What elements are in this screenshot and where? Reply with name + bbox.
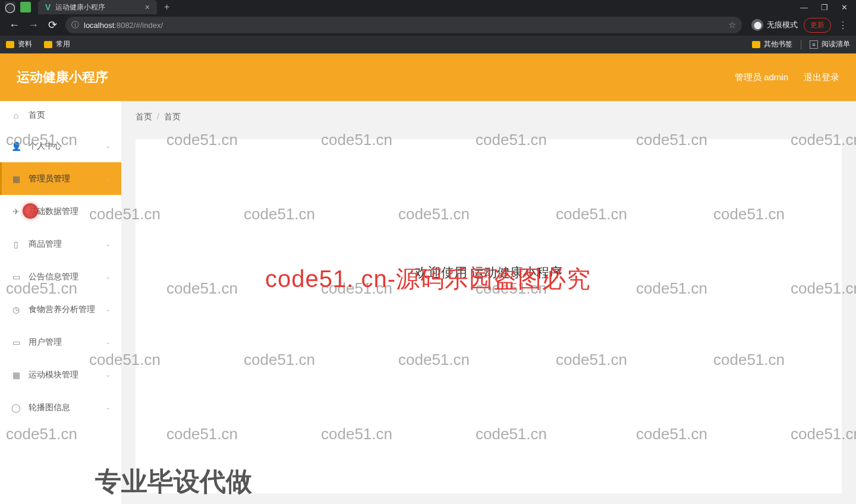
send-icon: ✈ — [11, 207, 21, 216]
grid-icon: ▦ — [11, 174, 21, 184]
divider — [801, 40, 801, 49]
bookmark-label: 资料 — [18, 39, 32, 49]
sidebar-item-label: 首页 — [29, 110, 45, 121]
module-icon: ▦ — [11, 370, 21, 380]
incognito-indicator: ⬤ 无痕模式 — [751, 19, 798, 31]
reading-list[interactable]: ≡ 阅读清单 — [810, 39, 850, 49]
reload-button[interactable]: ⟳ — [43, 18, 62, 32]
sidebar-item-admin[interactable]: ▦ 管理员管理 ⌄ — [0, 162, 121, 195]
users-icon: ▭ — [11, 338, 21, 347]
sidebar-item-label: 运动模块管理 — [29, 370, 78, 380]
other-bookmarks[interactable]: 其他书签 — [752, 39, 792, 49]
notice-icon: ▭ — [11, 272, 21, 282]
app-title: 运动健康小程序 — [17, 68, 108, 86]
sidebar-item-notice[interactable]: ▭ 公告信息管理 ⌄ — [0, 260, 121, 293]
menu-icon[interactable]: ⋮ — [838, 20, 848, 31]
user-icon: 👤 — [11, 141, 21, 151]
sidebar-item-label: 用户管理 — [29, 337, 62, 348]
browser-chrome: ◯ V 运动健康小程序 × + — ❐ ✕ ← → ⟳ ⓘ localhost … — [0, 0, 856, 53]
back-button[interactable]: ← — [5, 19, 24, 32]
home-icon: ⌂ — [11, 111, 21, 120]
sidebar-item-carousel[interactable]: ◯ 轮播图信息 ⌄ — [0, 391, 121, 424]
update-button[interactable]: 更新 — [804, 18, 831, 33]
tab-extra-1[interactable]: ◯ — [5, 2, 15, 12]
analysis-icon: ◷ — [11, 305, 21, 314]
bookmark-label: 常用 — [56, 39, 70, 49]
content: 首页 / 首页 欢迎使用 运动健康小程序 — [121, 101, 856, 504]
sidebar-item-basedata[interactable]: ✈ 基础数据管理 ⌄ — [0, 195, 121, 228]
chevron-down-icon: ⌄ — [105, 240, 111, 248]
breadcrumb-sep: / — [157, 112, 159, 122]
goods-icon: ▯ — [11, 240, 21, 249]
sidebar-item-user[interactable]: ▭ 用户管理 ⌄ — [0, 326, 121, 358]
star-icon[interactable]: ☆ — [728, 20, 736, 30]
sidebar-item-sport[interactable]: ▦ 运动模块管理 ⌄ — [0, 358, 121, 391]
incognito-label: 无痕模式 — [767, 20, 798, 30]
folder-icon — [752, 41, 760, 48]
bookmark-label: 阅读清单 — [822, 39, 850, 49]
sidebar-item-home[interactable]: ⌂ 首页 — [0, 101, 121, 130]
sidebar-item-personal[interactable]: 👤 个人中心 ⌄ — [0, 130, 121, 162]
mic-icon: ◯ — [11, 403, 21, 412]
bookmark-item-1[interactable]: 资料 — [6, 39, 32, 49]
sidebar-item-label: 食物营养分析管理 — [29, 304, 95, 315]
sidebar-item-label: 管理员管理 — [29, 174, 70, 184]
bookmark-label: 其他书签 — [764, 39, 792, 49]
tab-bar: ◯ V 运动健康小程序 × + — ❐ ✕ — [0, 0, 856, 14]
url-path: :8082/#/index/ — [114, 21, 163, 30]
chevron-down-icon: ⌄ — [105, 207, 111, 215]
address-bar[interactable]: ⓘ localhost :8082/#/index/ ☆ — [65, 17, 742, 33]
close-icon[interactable]: × — [145, 2, 150, 12]
tab-title: 运动健康小程序 — [55, 2, 105, 12]
main-panel: 欢迎使用 运动健康小程序 — [136, 139, 842, 493]
chevron-down-icon: ⌄ — [105, 142, 111, 150]
tab-extra-2[interactable] — [20, 2, 31, 12]
incognito-icon: ⬤ — [751, 19, 763, 31]
folder-icon — [6, 41, 14, 48]
new-tab-button[interactable]: + — [164, 2, 169, 12]
vue-icon: V — [45, 2, 51, 12]
chevron-down-icon: ⌄ — [105, 404, 111, 411]
app-body: ⌂ 首页 👤 个人中心 ⌄ ▦ 管理员管理 ⌄ ✈ 基础数据管理 ⌄ ▯ 商品管… — [0, 101, 856, 504]
app: 运动健康小程序 管理员 admin 退出登录 ⌂ 首页 👤 个人中心 ⌄ ▦ 管… — [0, 53, 856, 504]
sidebar: ⌂ 首页 👤 个人中心 ⌄ ▦ 管理员管理 ⌄ ✈ 基础数据管理 ⌄ ▯ 商品管… — [0, 101, 121, 504]
sidebar-item-goods[interactable]: ▯ 商品管理 ⌄ — [0, 228, 121, 260]
chevron-down-icon: ⌄ — [105, 273, 111, 281]
url-host: localhost — [84, 21, 114, 30]
chevron-down-icon: ⌄ — [105, 371, 111, 379]
forward-button[interactable]: → — [24, 19, 43, 32]
close-window-icon[interactable]: ✕ — [841, 3, 848, 12]
bookmark-item-2[interactable]: 常用 — [44, 39, 70, 49]
bookmark-bar: 资料 常用 其他书签 ≡ 阅读清单 — [0, 36, 856, 53]
window-controls: — ❐ ✕ — [792, 3, 856, 12]
list-icon: ≡ — [810, 40, 818, 49]
sidebar-item-label: 商品管理 — [29, 239, 62, 250]
address-row: ← → ⟳ ⓘ localhost :8082/#/index/ ☆ ⬤ 无痕模… — [0, 14, 856, 36]
cursor-indicator — [23, 203, 38, 219]
sidebar-item-food[interactable]: ◷ 食物营养分析管理 ⌄ — [0, 293, 121, 326]
chevron-down-icon: ⌄ — [105, 175, 111, 182]
browser-tab[interactable]: V 运动健康小程序 × — [38, 0, 157, 14]
minimize-icon[interactable]: — — [800, 3, 808, 12]
maximize-icon[interactable]: ❐ — [821, 3, 828, 12]
chevron-down-icon: ⌄ — [105, 338, 111, 346]
breadcrumb-part: 首页 — [164, 112, 181, 122]
site-info-icon[interactable]: ⓘ — [71, 20, 79, 30]
sidebar-item-label: 轮播图信息 — [29, 402, 70, 413]
breadcrumb-part[interactable]: 首页 — [136, 112, 152, 122]
sidebar-item-label: 公告信息管理 — [29, 272, 78, 282]
app-header: 运动健康小程序 管理员 admin 退出登录 — [0, 53, 856, 101]
center-watermark: code51. cn-源码乐园盗图必究 — [265, 263, 591, 295]
sidebar-item-label: 个人中心 — [29, 141, 62, 152]
folder-icon — [44, 41, 52, 48]
user-label[interactable]: 管理员 admin — [735, 72, 788, 83]
chevron-down-icon: ⌄ — [105, 305, 111, 313]
breadcrumb: 首页 / 首页 — [136, 112, 842, 122]
logout-link[interactable]: 退出登录 — [804, 72, 839, 83]
bottom-watermark: 专业毕设代做 — [95, 464, 252, 499]
